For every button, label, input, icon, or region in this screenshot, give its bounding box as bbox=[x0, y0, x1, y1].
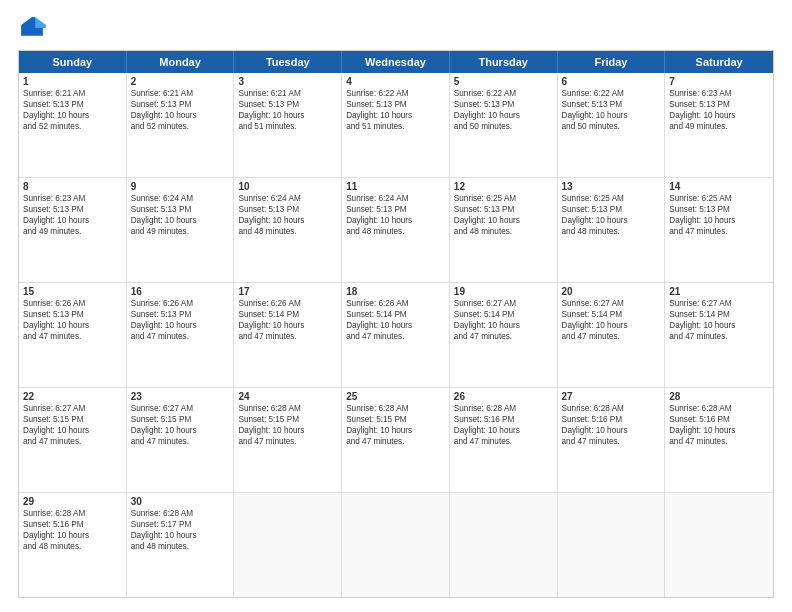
calendar-cell: 16Sunrise: 6:26 AMSunset: 5:13 PMDayligh… bbox=[127, 283, 235, 387]
cell-text: Sunrise: 6:27 AMSunset: 5:14 PMDaylight:… bbox=[562, 298, 661, 342]
cell-line: Daylight: 10 hours bbox=[23, 425, 122, 436]
cell-line: Sunset: 5:15 PM bbox=[23, 414, 122, 425]
cell-line: Sunrise: 6:21 AM bbox=[23, 88, 122, 99]
weekday-header-saturday: Saturday bbox=[665, 51, 773, 73]
cell-text: Sunrise: 6:24 AMSunset: 5:13 PMDaylight:… bbox=[238, 193, 337, 237]
calendar-cell: 6Sunrise: 6:22 AMSunset: 5:13 PMDaylight… bbox=[558, 73, 666, 177]
cell-text: Sunrise: 6:26 AMSunset: 5:13 PMDaylight:… bbox=[23, 298, 122, 342]
cell-line: Sunset: 5:13 PM bbox=[23, 204, 122, 215]
cell-text: Sunrise: 6:26 AMSunset: 5:14 PMDaylight:… bbox=[346, 298, 445, 342]
cell-line: and 51 minutes. bbox=[238, 121, 337, 132]
calendar-cell: 27Sunrise: 6:28 AMSunset: 5:16 PMDayligh… bbox=[558, 388, 666, 492]
cell-line: Sunrise: 6:24 AM bbox=[131, 193, 230, 204]
cell-line: and 48 minutes. bbox=[454, 226, 553, 237]
cell-line: Sunset: 5:13 PM bbox=[562, 204, 661, 215]
day-number: 23 bbox=[131, 391, 230, 402]
calendar-cell: 24Sunrise: 6:28 AMSunset: 5:15 PMDayligh… bbox=[234, 388, 342, 492]
cell-line: Sunrise: 6:28 AM bbox=[23, 508, 122, 519]
cell-line: Daylight: 10 hours bbox=[346, 320, 445, 331]
cell-text: Sunrise: 6:21 AMSunset: 5:13 PMDaylight:… bbox=[131, 88, 230, 132]
cell-line: Sunrise: 6:26 AM bbox=[23, 298, 122, 309]
calendar: SundayMondayTuesdayWednesdayThursdayFrid… bbox=[18, 50, 774, 598]
cell-line: Sunset: 5:13 PM bbox=[562, 99, 661, 110]
cell-line: Sunset: 5:13 PM bbox=[238, 204, 337, 215]
cell-line: Sunset: 5:13 PM bbox=[23, 309, 122, 320]
cell-text: Sunrise: 6:28 AMSunset: 5:16 PMDaylight:… bbox=[562, 403, 661, 447]
cell-line: and 47 minutes. bbox=[562, 436, 661, 447]
cell-line: and 47 minutes. bbox=[131, 436, 230, 447]
cell-line: Sunset: 5:15 PM bbox=[131, 414, 230, 425]
cell-line: Sunrise: 6:28 AM bbox=[131, 508, 230, 519]
cell-line: and 48 minutes. bbox=[562, 226, 661, 237]
cell-line: Daylight: 10 hours bbox=[562, 425, 661, 436]
calendar-cell: 30Sunrise: 6:28 AMSunset: 5:17 PMDayligh… bbox=[127, 493, 235, 597]
calendar-cell bbox=[665, 493, 773, 597]
calendar-cell: 5Sunrise: 6:22 AMSunset: 5:13 PMDaylight… bbox=[450, 73, 558, 177]
calendar-cell: 11Sunrise: 6:24 AMSunset: 5:13 PMDayligh… bbox=[342, 178, 450, 282]
cell-line: Sunrise: 6:26 AM bbox=[238, 298, 337, 309]
cell-line: Sunset: 5:14 PM bbox=[669, 309, 769, 320]
cell-line: Sunset: 5:15 PM bbox=[346, 414, 445, 425]
cell-text: Sunrise: 6:27 AMSunset: 5:14 PMDaylight:… bbox=[454, 298, 553, 342]
calendar-cell: 2Sunrise: 6:21 AMSunset: 5:13 PMDaylight… bbox=[127, 73, 235, 177]
cell-line: Sunset: 5:17 PM bbox=[131, 519, 230, 530]
header bbox=[18, 14, 774, 42]
cell-line: and 47 minutes. bbox=[669, 436, 769, 447]
cell-line: Sunset: 5:16 PM bbox=[23, 519, 122, 530]
calendar-body: 1Sunrise: 6:21 AMSunset: 5:13 PMDaylight… bbox=[19, 73, 773, 597]
day-number: 21 bbox=[669, 286, 769, 297]
cell-line: Sunset: 5:16 PM bbox=[669, 414, 769, 425]
day-number: 7 bbox=[669, 76, 769, 87]
cell-line: and 50 minutes. bbox=[562, 121, 661, 132]
cell-line: and 47 minutes. bbox=[346, 436, 445, 447]
day-number: 30 bbox=[131, 496, 230, 507]
cell-line: Sunset: 5:13 PM bbox=[454, 99, 553, 110]
day-number: 22 bbox=[23, 391, 122, 402]
cell-line: Sunrise: 6:22 AM bbox=[454, 88, 553, 99]
day-number: 8 bbox=[23, 181, 122, 192]
day-number: 25 bbox=[346, 391, 445, 402]
cell-line: and 47 minutes. bbox=[238, 331, 337, 342]
calendar-cell: 26Sunrise: 6:28 AMSunset: 5:16 PMDayligh… bbox=[450, 388, 558, 492]
calendar-cell: 8Sunrise: 6:23 AMSunset: 5:13 PMDaylight… bbox=[19, 178, 127, 282]
cell-line: Sunrise: 6:23 AM bbox=[23, 193, 122, 204]
cell-text: Sunrise: 6:22 AMSunset: 5:13 PMDaylight:… bbox=[346, 88, 445, 132]
calendar-row-3: 15Sunrise: 6:26 AMSunset: 5:13 PMDayligh… bbox=[19, 283, 773, 388]
cell-line: and 47 minutes. bbox=[23, 331, 122, 342]
cell-line: and 49 minutes. bbox=[669, 121, 769, 132]
cell-line: Daylight: 10 hours bbox=[454, 320, 553, 331]
calendar-cell bbox=[558, 493, 666, 597]
cell-line: Daylight: 10 hours bbox=[23, 530, 122, 541]
day-number: 11 bbox=[346, 181, 445, 192]
calendar-cell bbox=[450, 493, 558, 597]
cell-text: Sunrise: 6:24 AMSunset: 5:13 PMDaylight:… bbox=[131, 193, 230, 237]
day-number: 19 bbox=[454, 286, 553, 297]
svg-marker-2 bbox=[32, 17, 35, 28]
calendar-cell: 17Sunrise: 6:26 AMSunset: 5:14 PMDayligh… bbox=[234, 283, 342, 387]
cell-line: Daylight: 10 hours bbox=[131, 530, 230, 541]
cell-text: Sunrise: 6:27 AMSunset: 5:14 PMDaylight:… bbox=[669, 298, 769, 342]
cell-line: and 47 minutes. bbox=[238, 436, 337, 447]
day-number: 6 bbox=[562, 76, 661, 87]
cell-text: Sunrise: 6:23 AMSunset: 5:13 PMDaylight:… bbox=[23, 193, 122, 237]
cell-line: and 47 minutes. bbox=[131, 331, 230, 342]
cell-line: Sunrise: 6:26 AM bbox=[346, 298, 445, 309]
cell-text: Sunrise: 6:28 AMSunset: 5:17 PMDaylight:… bbox=[131, 508, 230, 552]
cell-text: Sunrise: 6:25 AMSunset: 5:13 PMDaylight:… bbox=[562, 193, 661, 237]
cell-line: Daylight: 10 hours bbox=[562, 215, 661, 226]
cell-line: Daylight: 10 hours bbox=[669, 320, 769, 331]
cell-line: Sunrise: 6:28 AM bbox=[562, 403, 661, 414]
cell-line: Daylight: 10 hours bbox=[669, 425, 769, 436]
day-number: 3 bbox=[238, 76, 337, 87]
cell-line: and 47 minutes. bbox=[562, 331, 661, 342]
cell-line: Sunset: 5:13 PM bbox=[131, 309, 230, 320]
cell-line: Sunset: 5:13 PM bbox=[131, 99, 230, 110]
cell-line: Daylight: 10 hours bbox=[23, 110, 122, 121]
calendar-cell bbox=[342, 493, 450, 597]
cell-text: Sunrise: 6:22 AMSunset: 5:13 PMDaylight:… bbox=[562, 88, 661, 132]
cell-line: Sunrise: 6:27 AM bbox=[562, 298, 661, 309]
cell-line: Daylight: 10 hours bbox=[454, 425, 553, 436]
cell-line: Daylight: 10 hours bbox=[346, 425, 445, 436]
cell-line: Sunset: 5:16 PM bbox=[454, 414, 553, 425]
cell-text: Sunrise: 6:27 AMSunset: 5:15 PMDaylight:… bbox=[131, 403, 230, 447]
